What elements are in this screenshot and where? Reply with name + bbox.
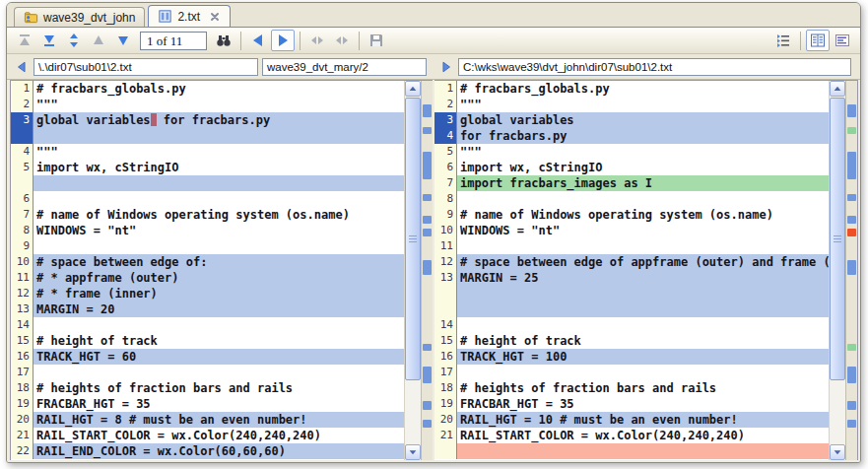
diff-marker[interactable] — [847, 152, 856, 179]
code-line[interactable]: 8 — [434, 191, 829, 207]
code-line[interactable]: 20RAIL_HGT = 8 # must be an even number! — [11, 412, 404, 428]
diff-options-button[interactable] — [771, 30, 795, 51]
code-line[interactable]: 11 — [434, 238, 829, 254]
diff-marker[interactable] — [847, 401, 856, 410]
copy-to-left-button[interactable] — [246, 30, 270, 51]
code-line[interactable]: 1# fracbars_globals.py — [11, 81, 404, 97]
code-line[interactable]: 15# height of track — [434, 333, 829, 349]
right-scroll-down-button[interactable] — [830, 444, 845, 460]
left-overview-strip[interactable] — [421, 81, 433, 460]
code-line[interactable]: 21RAIL_START_COLOR = wx.Color(240,240,24… — [434, 428, 829, 443]
code-line[interactable]: 4for fracbars.py — [434, 128, 829, 144]
unified-view-button[interactable] — [831, 30, 854, 51]
first-difference-button[interactable] — [13, 30, 36, 51]
code-line[interactable]: 16TRACK_HGT = 60 — [11, 349, 404, 365]
code-line[interactable] — [434, 302, 829, 317]
code-line[interactable]: 20RAIL_HGT = 10 # must be an even number… — [434, 412, 829, 428]
code-line[interactable]: 9# name of Windows operating system (os.… — [434, 207, 829, 223]
code-line[interactable]: 7# name of Windows operating system (os.… — [11, 207, 404, 223]
left-scrollbar[interactable] — [404, 81, 421, 460]
code-line[interactable]: 15# height of track — [11, 333, 404, 349]
code-line[interactable]: 6import wx, cStringIO — [434, 160, 829, 175]
right-scrollbar-thumb[interactable] — [830, 98, 845, 380]
diff-marker[interactable] — [847, 229, 856, 236]
code-line[interactable]: 14 — [434, 317, 829, 333]
code-line[interactable]: 2""" — [434, 97, 829, 112]
code-line[interactable]: 5import wx, cStringIO — [11, 160, 404, 175]
diff-marker[interactable] — [847, 194, 856, 201]
code-line[interactable]: 11# * appframe (outer) — [11, 270, 404, 286]
code-line[interactable]: 13MARGIN = 25 — [434, 270, 829, 286]
right-file-path-field[interactable]: C:\wks\wave39\dvt_john\dir07\sub01\2.txt — [458, 58, 851, 76]
right-scroll-up-button[interactable] — [830, 81, 845, 97]
apply-to-right-button[interactable] — [437, 58, 454, 75]
code-line[interactable] — [11, 175, 404, 191]
diff-marker[interactable] — [423, 127, 432, 134]
side-by-side-view-button[interactable] — [806, 30, 830, 51]
previous-difference-button[interactable] — [87, 30, 110, 51]
right-overview-strip[interactable] — [845, 81, 857, 460]
diff-marker[interactable] — [423, 420, 432, 428]
difference-counter[interactable]: 1 of 11 — [140, 32, 207, 50]
diff-marker[interactable] — [847, 127, 856, 134]
diff-marker[interactable] — [423, 216, 432, 224]
code-line[interactable]: 19FRACBAR_HGT = 35 — [11, 396, 404, 412]
code-line[interactable]: 14 — [11, 317, 404, 333]
diff-marker[interactable] — [423, 260, 432, 275]
code-line[interactable]: 21RAIL_START_COLOR = wx.Color(240,240,24… — [11, 428, 404, 443]
right-scrollbar[interactable] — [829, 81, 845, 460]
code-line[interactable]: 12# space between edge of appframe (oute… — [434, 254, 829, 270]
diff-marker[interactable] — [847, 367, 856, 383]
code-line[interactable]: 10WINDOWS = "nt" — [434, 223, 829, 238]
code-line[interactable]: 7import fracbars_images as I — [434, 175, 829, 191]
left-code-rows[interactable]: 1# fracbars_globals.py2"""3global variab… — [11, 81, 404, 460]
last-difference-button[interactable] — [37, 30, 61, 51]
diff-marker[interactable] — [423, 344, 432, 351]
code-line[interactable]: 17 — [434, 365, 829, 380]
code-line[interactable]: 3global variables — [434, 112, 829, 128]
code-line[interactable]: 19FRACBAR_HGT = 35 — [434, 396, 829, 412]
code-line[interactable]: 8WINDOWS = "nt" — [11, 223, 404, 238]
code-line[interactable]: 4""" — [11, 144, 404, 160]
next-difference-button[interactable] — [111, 30, 135, 51]
code-line[interactable] — [11, 128, 404, 144]
merge-all-right-button[interactable] — [330, 30, 354, 51]
diff-marker[interactable] — [423, 194, 432, 201]
right-code-rows[interactable]: 1# fracbars_globals.py2"""3global variab… — [434, 81, 829, 460]
diff-marker[interactable] — [423, 367, 432, 383]
code-line[interactable]: 18# heights of fraction bars and rails — [434, 380, 829, 396]
close-tab-button[interactable] — [209, 11, 221, 23]
apply-to-left-button[interactable] — [13, 58, 30, 75]
diff-marker[interactable] — [423, 104, 432, 117]
left-scroll-up-button[interactable] — [405, 81, 421, 97]
code-line[interactable]: 6 — [11, 191, 404, 207]
code-line[interactable]: 2""" — [11, 97, 404, 112]
code-line[interactable]: 16TRACK_HGT = 100 — [434, 349, 829, 365]
code-line[interactable]: 13MARGIN = 20 — [11, 302, 404, 317]
diff-marker[interactable] — [847, 344, 856, 351]
code-line[interactable]: 9 — [11, 238, 404, 254]
diff-marker[interactable] — [847, 104, 856, 117]
tab-wave39-dvt-john[interactable]: wave39_dvt_john — [14, 7, 145, 27]
save-button[interactable] — [365, 30, 388, 51]
code-line[interactable]: 18# heights of fraction bars and rails — [11, 380, 404, 396]
diff-marker[interactable] — [423, 152, 432, 179]
merge-all-left-button[interactable] — [305, 30, 329, 51]
center-current-difference-button[interactable] — [62, 30, 86, 51]
code-line[interactable]: 1# fracbars_globals.py — [434, 81, 829, 97]
tab-2-txt[interactable]: 2.txt — [148, 5, 231, 27]
code-line[interactable]: 5""" — [434, 144, 829, 160]
left-file-path-field[interactable]: \.\dir07\sub01\2.txt — [33, 58, 258, 76]
code-line[interactable]: 22RAIL_END_COLOR = wx.Color(60,60,60) — [11, 443, 404, 459]
code-line[interactable]: 17 — [11, 365, 404, 380]
left-compare-target-field[interactable]: wave39_dvt_mary/2 — [262, 58, 427, 76]
diff-marker[interactable] — [423, 229, 432, 236]
left-scrollbar-thumb[interactable] — [405, 98, 421, 380]
find-button[interactable] — [212, 30, 235, 51]
code-line[interactable]: 10# space between edge of: — [11, 254, 404, 270]
diff-marker[interactable] — [423, 401, 432, 410]
code-line[interactable]: 12# * frame (inner) — [11, 286, 404, 302]
diff-marker[interactable] — [847, 420, 856, 428]
diff-marker[interactable] — [847, 260, 856, 275]
code-line[interactable]: 3global variables for fracbars.py — [11, 112, 404, 128]
